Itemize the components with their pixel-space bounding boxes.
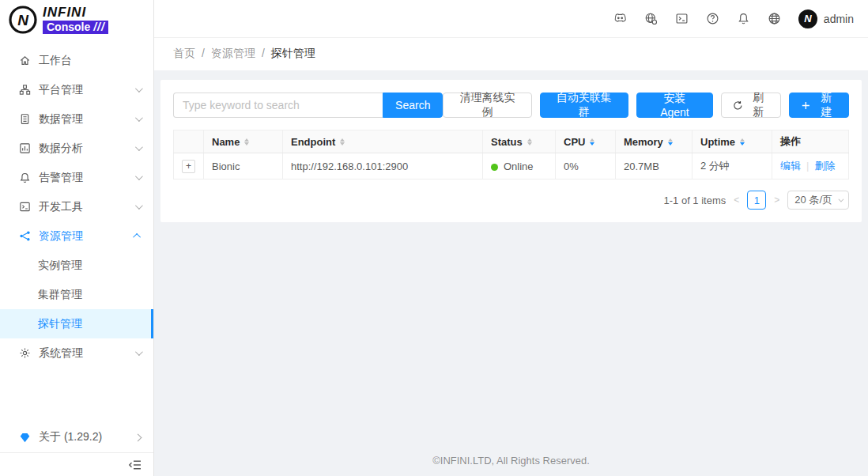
help-icon[interactable] xyxy=(706,12,719,25)
column-label: Name xyxy=(212,136,240,148)
plus-icon xyxy=(801,100,811,111)
page-size-select[interactable]: 20 条/页 xyxy=(787,191,849,210)
sort-icon[interactable] xyxy=(740,138,745,145)
search-group: Search xyxy=(173,93,443,118)
expand-row-button[interactable]: + xyxy=(182,160,195,173)
top-header: N admin xyxy=(154,0,868,38)
column-header-status[interactable]: Status xyxy=(483,130,556,153)
user-menu[interactable]: N admin xyxy=(798,9,854,28)
language-icon[interactable] xyxy=(768,12,781,25)
cell-status: Online xyxy=(483,153,556,179)
about-label: 关于 (1.29.2) xyxy=(39,430,127,444)
search-input[interactable] xyxy=(173,93,383,118)
chevron-down-icon xyxy=(838,196,843,202)
alert-icon xyxy=(19,172,31,183)
sidebar-item-platform[interactable]: 平台管理 xyxy=(0,75,153,104)
username: admin xyxy=(824,13,854,25)
logo-line1: INFINI xyxy=(43,6,108,19)
clean-offline-instances-button[interactable]: 清理离线实例 xyxy=(443,93,531,118)
chevron-down-icon xyxy=(135,114,143,122)
column-header-uptime[interactable]: Uptime xyxy=(693,130,772,153)
refresh-button[interactable]: 刷新 xyxy=(721,93,781,118)
sidebar-item-data[interactable]: 数据管理 xyxy=(0,104,153,134)
column-label: CPU xyxy=(564,136,585,148)
sidebar-item-label: 系统管理 xyxy=(39,346,127,361)
breadcrumb-home[interactable]: 首页 xyxy=(173,47,195,59)
cell-endpoint: http://192.168.0.101:2900 xyxy=(283,153,483,179)
svg-text:N: N xyxy=(17,12,29,28)
pagination-total: 1-1 of 1 items xyxy=(664,195,726,206)
sidebar-item-instances[interactable]: 实例管理 xyxy=(0,251,153,280)
sidebar-item-label: 数据管理 xyxy=(39,112,127,127)
refresh-label: 刷新 xyxy=(748,91,769,119)
delete-link[interactable]: 删除 xyxy=(814,160,835,172)
table-header-row: Name Endpoint Status CPU Memory Uptime 操… xyxy=(174,130,849,153)
main-area: N admin 首页/资源管理/探针管理 Search 清理离线实例 自动关联集… xyxy=(154,0,868,476)
share-icon xyxy=(19,230,31,242)
create-new-button[interactable]: 新建 xyxy=(789,93,849,118)
table-row: + Bionic http://192.168.0.101:2900 Onlin… xyxy=(174,153,849,179)
sidebar-item-alerting[interactable]: 告警管理 xyxy=(0,163,153,192)
auto-associate-clusters-button[interactable]: 自动关联集群 xyxy=(540,93,628,118)
sidebar-item-about[interactable]: 关于 (1.29.2) xyxy=(0,422,153,452)
sort-icon[interactable] xyxy=(244,138,249,145)
expand-column-header xyxy=(174,130,204,153)
app-window: N INFINI Console/// 工作台 平台管理 数据管理 xyxy=(0,0,868,476)
next-page-button[interactable]: > xyxy=(772,195,781,206)
platform-icon xyxy=(19,84,31,96)
cell-name: Bionic xyxy=(204,153,283,179)
sort-icon[interactable] xyxy=(590,138,594,145)
page-number-button[interactable]: 1 xyxy=(747,191,766,210)
footer-copyright: ©INFINI.LTD, All Rights Reserved. xyxy=(160,444,862,476)
sidebar-item-label: 平台管理 xyxy=(39,83,127,97)
devtools-icon xyxy=(19,201,31,213)
cell-memory: 20.7MB xyxy=(616,153,693,179)
refresh-icon xyxy=(733,100,743,111)
column-header-cpu[interactable]: CPU xyxy=(556,130,616,153)
console-icon[interactable] xyxy=(675,12,689,25)
avatar: N xyxy=(798,9,817,28)
expand-cell: + xyxy=(174,153,204,179)
install-agent-button[interactable]: 安装 Agent xyxy=(636,93,713,118)
column-header-actions: 操作 xyxy=(772,130,849,153)
logo-slashes: /// xyxy=(93,21,105,32)
sort-icon[interactable] xyxy=(340,138,345,145)
logo[interactable]: N INFINI Console/// xyxy=(0,0,153,40)
version-gem-icon xyxy=(19,432,31,444)
website-icon[interactable] xyxy=(644,12,658,25)
breadcrumb-resources[interactable]: 资源管理 xyxy=(211,47,255,59)
sidebar-item-resources[interactable]: 资源管理 xyxy=(0,221,153,251)
collapse-sidebar-icon[interactable] xyxy=(128,459,142,471)
infini-logo-icon: N xyxy=(8,5,38,35)
analysis-icon xyxy=(19,142,31,154)
column-header-name[interactable]: Name xyxy=(204,130,283,153)
logo-line2: Console/// xyxy=(43,21,108,34)
edit-link[interactable]: 编辑 xyxy=(780,160,801,172)
breadcrumb: 首页/资源管理/探针管理 xyxy=(154,38,868,70)
sidebar-footer xyxy=(0,452,153,476)
previous-page-button[interactable]: < xyxy=(732,195,741,206)
sidebar-item-label: 告警管理 xyxy=(39,171,127,185)
sidebar-item-system[interactable]: 系统管理 xyxy=(0,338,153,368)
sidebar-item-clusters[interactable]: 集群管理 xyxy=(0,280,153,309)
search-button[interactable]: Search xyxy=(383,93,443,118)
sort-icon[interactable] xyxy=(668,138,673,145)
toolbar: Search 清理离线实例 自动关联集群 安装 Agent 刷新 新建 xyxy=(173,93,849,118)
page-size-value: 20 条/页 xyxy=(794,193,832,207)
sidebar-item-devtools[interactable]: 开发工具 xyxy=(0,192,153,221)
column-header-memory[interactable]: Memory xyxy=(616,130,693,153)
sidebar-item-label: 资源管理 xyxy=(39,229,127,244)
notification-icon[interactable] xyxy=(737,12,750,25)
breadcrumb-current: 探针管理 xyxy=(271,47,315,59)
sort-icon[interactable] xyxy=(527,138,532,145)
column-label: Endpoint xyxy=(291,136,335,148)
column-label: Memory xyxy=(624,136,663,148)
sidebar-item-probes[interactable]: 探针管理 xyxy=(0,309,153,338)
sidebar-item-analysis[interactable]: 数据分析 xyxy=(0,134,153,163)
column-header-endpoint[interactable]: Endpoint xyxy=(283,130,483,153)
chevron-up-icon xyxy=(133,233,141,241)
probe-table: Name Endpoint Status CPU Memory Uptime 操… xyxy=(173,130,849,179)
discord-icon[interactable] xyxy=(613,12,627,25)
sidebar-item-workbench[interactable]: 工作台 xyxy=(0,46,153,75)
cell-cpu: 0% xyxy=(556,153,616,179)
